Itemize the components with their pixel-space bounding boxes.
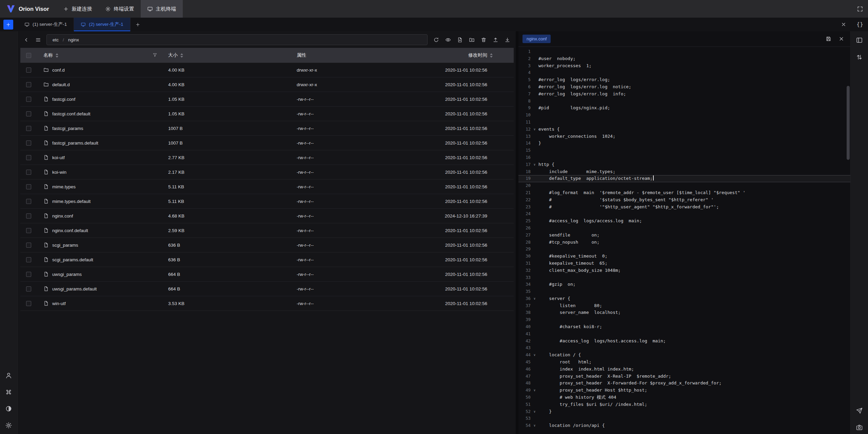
fold-chevron-icon[interactable]: ∨ <box>531 295 538 302</box>
code-line[interactable]: 32 client_max_body_size 1048m; <box>518 267 850 274</box>
eye-button[interactable] <box>443 35 453 45</box>
file-name-cell[interactable]: scgi_params <box>37 242 162 248</box>
code-line[interactable]: 4 <box>518 69 850 76</box>
code-line[interactable]: 1 <box>518 48 850 55</box>
code-line[interactable]: 47 proxy_set_header X-Real-IP $remote_ad… <box>518 373 850 380</box>
table-row[interactable]: fastcgi_params1007 B-rw-r--r--2020-11-01… <box>20 121 514 136</box>
code-line[interactable]: 41 <box>518 331 850 338</box>
column-header-size[interactable]: 大小 <box>162 52 292 58</box>
code-line[interactable]: 37 listen 80; <box>518 302 850 309</box>
file-name-cell[interactable]: koi-utf <box>37 155 162 160</box>
code-line[interactable]: 53 <box>518 415 850 422</box>
editor-close-button[interactable] <box>839 36 844 42</box>
file-name-cell[interactable]: conf.d <box>37 67 162 73</box>
table-row[interactable]: conf.d4.00 KBdrwxr-xr-x2020-11-01 10:02:… <box>20 63 514 77</box>
row-checkbox[interactable] <box>26 111 31 116</box>
upload-button[interactable] <box>490 35 500 45</box>
select-all-checkbox[interactable] <box>26 53 31 58</box>
code-line[interactable]: 6#error_log logs/error.log notice; <box>518 83 850 91</box>
table-row[interactable]: fastcgi_params.default1007 B-rw-r--r--20… <box>20 136 514 150</box>
screenshot-button[interactable] <box>854 423 865 431</box>
code-line[interactable]: 25 #access_log logs/access.log main; <box>518 218 850 225</box>
table-row[interactable]: scgi_params.default636 B-rw-r--r--2020-1… <box>20 252 514 267</box>
file-name-cell[interactable]: win-utf <box>37 301 162 306</box>
row-checkbox[interactable] <box>26 301 31 306</box>
editor-file-tab[interactable]: nginx.conf <box>522 35 551 43</box>
code-line[interactable]: 40 #charset koi8-r; <box>518 323 850 331</box>
table-row[interactable]: fastcgi.conf1.05 KB-rw-r--r--2020-11-01 … <box>20 92 514 107</box>
file-name-cell[interactable]: nginx.conf.default <box>37 228 162 233</box>
gear-button[interactable] <box>3 421 14 429</box>
trash-button[interactable] <box>478 35 489 45</box>
fold-chevron-icon[interactable]: ∨ <box>531 422 538 429</box>
row-checkbox[interactable] <box>26 170 31 175</box>
nav-item-new-connection[interactable]: 新建连接 <box>57 0 99 18</box>
file-name-cell[interactable]: fastcgi_params <box>37 126 162 131</box>
code-line[interactable]: 46 index index.html index.htm; <box>518 366 850 373</box>
code-line[interactable]: 5#error_log logs/error.log; <box>518 76 850 83</box>
table-row[interactable]: win-utf3.53 KB-rw-r--r--2020-11-01 10:02… <box>20 296 514 311</box>
code-line[interactable]: 36∨ server { <box>518 295 850 302</box>
breadcrumb-segment[interactable]: nginx <box>68 37 79 42</box>
column-header-mtime[interactable]: 修改时间 <box>434 52 514 58</box>
code-line[interactable]: 24 <box>518 210 850 218</box>
close-panel-button[interactable] <box>841 18 846 31</box>
code-line[interactable]: 34 #gzip on; <box>518 281 850 288</box>
file-name-cell[interactable]: mime.types.default <box>37 199 162 204</box>
tab-1[interactable]: (1) server-生产-1 <box>18 18 74 31</box>
file-name-cell[interactable]: koi-win <box>37 169 162 175</box>
code-line[interactable]: 30 #keepalive_timeout 0; <box>518 253 850 260</box>
code-line[interactable]: 15 <box>518 147 850 154</box>
code-line[interactable]: 39 <box>518 316 850 323</box>
table-row[interactable]: scgi_params636 B-rw-r--r--2020-11-01 10:… <box>20 238 514 252</box>
fullscreen-button[interactable] <box>857 6 863 12</box>
row-checkbox[interactable] <box>26 126 31 131</box>
code-line[interactable]: 14} <box>518 140 850 147</box>
save-button[interactable] <box>826 36 831 42</box>
file-name-cell[interactable]: scgi_params.default <box>37 257 162 262</box>
breadcrumb-segment[interactable]: etc <box>53 37 59 42</box>
fold-chevron-icon[interactable]: ∨ <box>531 387 538 394</box>
code-line[interactable]: 38 server_name localhost; <box>518 309 850 316</box>
download-button[interactable] <box>502 35 512 45</box>
fold-chevron-icon[interactable]: ∨ <box>531 161 538 168</box>
code-line[interactable]: 42 #access_log logs/host.access.log main… <box>518 338 850 345</box>
new-folder-button[interactable] <box>467 35 477 45</box>
code-line[interactable]: 43 <box>518 344 850 352</box>
table-row[interactable]: default.d4.00 KBdrwxr-xr-x2020-11-01 10:… <box>20 77 514 92</box>
row-checkbox[interactable] <box>26 272 31 277</box>
code-line[interactable]: 45 root html; <box>518 359 850 366</box>
code-line[interactable]: 35 <box>518 288 850 295</box>
code-line[interactable]: 28 #tcp_nopush on; <box>518 239 850 246</box>
file-name-cell[interactable]: fastcgi_params.default <box>37 140 162 146</box>
column-header-name[interactable]: 名称 <box>37 52 162 58</box>
command-button[interactable] <box>3 388 14 396</box>
list-view-button[interactable] <box>33 35 43 45</box>
table-row[interactable]: mime.types.default5.11 KB-rw-r--r--2020-… <box>20 194 514 209</box>
code-line[interactable]: 29 <box>518 246 850 253</box>
code-line[interactable]: 49∨ proxy_set_header Host $http_host; <box>518 387 850 394</box>
code-line[interactable]: 23 # '"$http_user_agent" "$http_x_forwar… <box>518 204 850 211</box>
row-checkbox[interactable] <box>26 199 31 204</box>
table-row[interactable]: mime.types5.11 KB-rw-r--r--2020-11-01 10… <box>20 180 514 194</box>
editor-scrollbar[interactable] <box>847 86 850 160</box>
nav-item-terminal-settings[interactable]: 终端设置 <box>99 0 141 18</box>
theme-button[interactable] <box>3 405 14 413</box>
code-line[interactable]: 13 worker_connections 1024; <box>518 133 850 140</box>
code-line[interactable]: 22 # '$status $body_bytes_sent "$http_re… <box>518 196 850 204</box>
code-line[interactable]: 54∨ location /orion/api { <box>518 422 850 429</box>
snippet-button[interactable] <box>854 36 865 44</box>
code-line[interactable]: 31 keepalive_timeout 65; <box>518 260 850 267</box>
row-checkbox[interactable] <box>26 243 31 248</box>
row-checkbox[interactable] <box>26 82 31 87</box>
file-name-cell[interactable]: default.d <box>37 82 162 87</box>
code-line[interactable]: 48 proxy_set_header X-Forwarded-For $pro… <box>518 380 850 387</box>
table-row[interactable]: nginx.conf.default2.59 KB-rw-r--r--2020-… <box>20 223 514 238</box>
code-line[interactable]: 27 sendfile on; <box>518 232 850 239</box>
row-checkbox[interactable] <box>26 257 31 262</box>
filter-button[interactable] <box>153 53 157 58</box>
code-line[interactable]: 11 <box>518 119 850 126</box>
new-file-button[interactable] <box>455 35 465 45</box>
code-line[interactable]: 26 <box>518 225 850 232</box>
row-checkbox[interactable] <box>26 140 31 146</box>
